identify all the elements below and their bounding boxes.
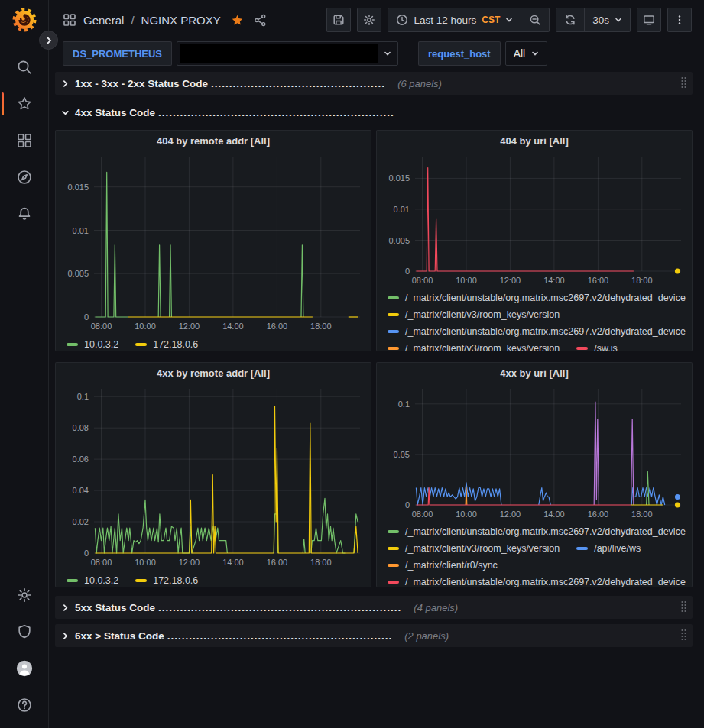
kebab-menu-icon: [673, 14, 686, 26]
legend-item[interactable]: /_matrix/client/v3/room_keys/version: [388, 343, 560, 351]
row-title-dots: ........................................…: [158, 602, 401, 613]
legend-label: /_matrix/client/v3/room_keys/version: [405, 543, 560, 554]
time-series-chart[interactable]: 08:0010:0012:0014:0016:0018:0000.0050.01…: [383, 152, 687, 287]
legend-label: /_matrix/client/unstable/org.matrix.msc2…: [405, 326, 686, 337]
svg-text:0: 0: [405, 267, 410, 276]
panel-title[interactable]: 404 by remote addr [All]: [62, 131, 365, 152]
svg-text:0.1: 0.1: [77, 392, 89, 401]
time-series-chart[interactable]: 08:0010:0012:0014:0016:0018:0000.0050.01…: [62, 152, 366, 334]
chevron-down-icon: [58, 108, 72, 117]
sidebar-item-server-admin[interactable]: [0, 613, 48, 650]
svg-text:16:00: 16:00: [588, 276, 609, 285]
tv-kiosk-mode-button[interactable]: [637, 8, 661, 32]
legend-item[interactable]: /_matrix/client/unstable/org.matrix.msc2…: [388, 293, 686, 303]
dashboard-settings-button[interactable]: [357, 8, 381, 32]
sidebar-nav-top: [0, 49, 48, 232]
legend-item[interactable]: /_matrix/client/r0/sync: [388, 560, 498, 571]
svg-text:0.005: 0.005: [388, 236, 410, 245]
sidebar-item-dashboards[interactable]: [0, 122, 48, 159]
svg-text:18:00: 18:00: [631, 276, 653, 285]
legend-swatch: [388, 547, 399, 550]
sidebar-item-explore[interactable]: [0, 159, 48, 196]
panel-title[interactable]: 4xx by remote addr [All]: [62, 363, 365, 384]
row-drag-handle[interactable]: [680, 628, 688, 644]
svg-text:08:00: 08:00: [412, 276, 433, 285]
row-header-1xx-3xx-2xx[interactable]: 1xx - 3xx - 2xx Status Code ............…: [55, 72, 693, 95]
refresh-interval-picker[interactable]: 30s: [584, 8, 630, 31]
row-header-4xx[interactable]: 4xx Status Code ........................…: [55, 101, 693, 124]
sidebar-item-starred[interactable]: [0, 86, 48, 122]
refresh-interval-label: 30s: [592, 15, 609, 26]
legend-swatch: [67, 343, 78, 346]
legend-swatch: [388, 296, 399, 299]
legend-item[interactable]: 10.0.3.2: [67, 575, 118, 586]
page-title: NGINX PROXY: [141, 14, 221, 27]
svg-text:08:00: 08:00: [91, 322, 112, 331]
clock-icon: [396, 14, 408, 26]
legend-item[interactable]: /_matrix/client/unstable/org.matrix.msc2…: [388, 577, 686, 587]
svg-text:12:00: 12:00: [500, 276, 521, 285]
legend-item[interactable]: /_matrix/client/unstable/org.matrix.msc2…: [388, 326, 686, 337]
row-panel-count: (6 panels): [397, 78, 442, 89]
svg-text:0.01: 0.01: [394, 205, 410, 214]
row-header-6xx[interactable]: 6xx > Status Code ......................…: [55, 624, 693, 647]
panel-4xx-by-remote-addr: 4xx by remote addr [All] 08:0010:0012:00…: [55, 362, 371, 587]
variable-label-ds-prometheus[interactable]: DS_PROMETHEUS: [63, 41, 172, 66]
share-icon[interactable]: [254, 14, 267, 27]
legend-item[interactable]: /_matrix/client/unstable/org.matrix.msc2…: [388, 526, 686, 537]
svg-text:0.02: 0.02: [73, 517, 89, 526]
dashboards-grid-icon: [16, 132, 33, 149]
sidebar-nav-bottom: [0, 577, 48, 723]
legend-item[interactable]: 172.18.0.6: [135, 575, 198, 586]
sidebar-item-alerting[interactable]: [0, 196, 48, 232]
zoom-out-time-button[interactable]: [521, 8, 549, 31]
grafana-logo-icon[interactable]: [12, 8, 37, 32]
variable-select-ds-prometheus[interactable]: [177, 41, 398, 66]
time-picker-group: Last 12 hours CST: [388, 8, 550, 32]
panel-title[interactable]: 4xx by uri [All]: [383, 363, 686, 384]
chevron-right-icon: [58, 79, 72, 88]
chevron-down-icon: [531, 47, 539, 60]
top-navigation: General / NGINX PROXY: [49, 0, 704, 40]
sidebar-item-configuration[interactable]: [0, 577, 48, 613]
more-options-button[interactable]: [667, 8, 692, 32]
legend-item[interactable]: 172.18.0.6: [135, 339, 198, 350]
row-drag-handle[interactable]: [680, 76, 688, 92]
sidebar-item-search[interactable]: [0, 49, 48, 86]
time-range-picker[interactable]: Last 12 hours CST: [388, 8, 521, 31]
dashboard-scroll-area: 1xx - 3xx - 2xx Status Code ............…: [49, 72, 704, 728]
time-range-label: Last 12 hours: [414, 15, 476, 26]
svg-text:10:00: 10:00: [456, 510, 477, 519]
chevron-down-icon: [384, 48, 391, 60]
legend-swatch: [388, 564, 399, 567]
sidebar-item-help[interactable]: [0, 687, 48, 723]
svg-text:0.06: 0.06: [73, 455, 89, 464]
save-dashboard-button[interactable]: [326, 8, 351, 32]
time-series-chart[interactable]: 08:0010:0012:0014:0016:0018:0000.020.040…: [62, 384, 366, 570]
time-series-chart[interactable]: 08:0010:0012:0014:0016:0018:0000.050.1: [383, 384, 687, 521]
row-header-5xx[interactable]: 5xx Status Code ........................…: [55, 596, 693, 619]
panel-title[interactable]: 404 by uri [All]: [383, 131, 686, 152]
legend-item[interactable]: /api/live/ws: [576, 543, 641, 554]
favorite-star-icon[interactable]: [231, 14, 244, 27]
legend-item[interactable]: /_matrix/client/v3/room_keys/version: [388, 309, 560, 320]
refresh-group: 30s: [556, 8, 631, 32]
variable-label-request-host[interactable]: request_host: [418, 41, 501, 66]
sidebar-expand-button[interactable]: [39, 31, 58, 50]
search-icon: [16, 59, 33, 76]
chevron-down-icon: [505, 15, 513, 26]
row-drag-handle[interactable]: [680, 600, 688, 616]
variable-select-request-host[interactable]: All: [505, 41, 548, 66]
svg-text:0: 0: [84, 312, 89, 322]
sidebar-item-profile[interactable]: [0, 650, 48, 687]
legend-item[interactable]: /sw.js: [576, 343, 618, 351]
legend-label: /_matrix/client/v3/room_keys/version: [405, 309, 560, 320]
chart-legend: 10.0.3.2172.18.0.6: [62, 334, 365, 350]
refresh-button[interactable]: [556, 8, 584, 31]
svg-text:08:00: 08:00: [412, 510, 433, 519]
breadcrumb-section[interactable]: General: [83, 14, 124, 27]
row-title-dots: ........................................…: [211, 78, 385, 89]
star-icon: [16, 95, 33, 112]
legend-item[interactable]: 10.0.3.2: [67, 339, 118, 350]
legend-item[interactable]: /_matrix/client/v3/room_keys/version: [388, 543, 560, 554]
